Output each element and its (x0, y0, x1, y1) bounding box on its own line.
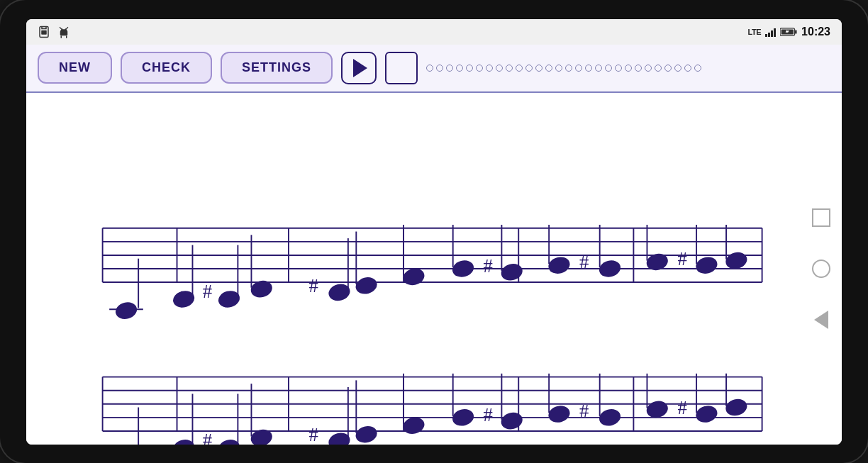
progress-dot (645, 65, 652, 72)
svg-point-51 (694, 255, 719, 276)
progress-dot (516, 65, 523, 72)
status-bar: LTE 10:23 (26, 19, 842, 45)
svg-point-46 (597, 257, 622, 279)
status-left-icons (38, 26, 70, 38)
progress-dot (655, 65, 662, 72)
svg-point-92 (597, 406, 622, 428)
progress-dot (486, 65, 493, 72)
android-icon (57, 26, 70, 38)
svg-point-48 (645, 251, 669, 272)
svg-text:#: # (677, 248, 686, 269)
progress-dot (625, 65, 632, 72)
progress-dot (496, 65, 503, 72)
svg-point-89 (547, 403, 572, 425)
svg-text:#: # (579, 400, 589, 421)
svg-point-80 (354, 423, 379, 444)
progress-dot (436, 65, 443, 72)
svg-text:#: # (203, 429, 212, 444)
svg-point-23 (113, 300, 138, 321)
progress-dot (694, 65, 701, 72)
music-area: # # # (26, 93, 842, 445)
progress-dot (575, 65, 582, 72)
svg-point-87 (499, 410, 524, 431)
progress-dot (555, 65, 562, 72)
progress-dot (674, 65, 681, 72)
svg-point-29 (249, 278, 274, 299)
progress-dot (635, 65, 642, 72)
svg-point-99 (724, 396, 749, 418)
play-triangle-icon (353, 59, 367, 77)
svg-text:#: # (579, 252, 589, 273)
check-button[interactable]: CHECK (121, 52, 212, 84)
progress-dot (535, 65, 542, 72)
stop-button[interactable] (385, 52, 418, 84)
progress-dot (545, 65, 552, 72)
new-button[interactable]: NEW (38, 52, 112, 84)
progress-dot (595, 65, 602, 72)
progress-indicator (426, 65, 830, 72)
battery-icon (780, 27, 797, 37)
toolbar: NEW CHECK SETTINGS (26, 45, 842, 93)
phone-nav-buttons (812, 208, 830, 329)
dots-line (426, 65, 704, 72)
progress-dot (585, 65, 592, 72)
settings-button[interactable]: SETTINGS (221, 52, 333, 84)
lte-badge: LTE (748, 28, 761, 36)
progress-dot (456, 65, 463, 72)
svg-point-34 (354, 274, 379, 296)
play-button[interactable] (341, 52, 377, 84)
time-display: 10:23 (801, 26, 830, 38)
svg-text:#: # (203, 281, 212, 302)
progress-dot (565, 65, 572, 72)
progress-dot (446, 65, 453, 72)
phone-nav-circle-button[interactable] (812, 260, 830, 278)
svg-point-97 (694, 403, 719, 425)
music-notation-svg: # # # (26, 93, 842, 445)
progress-dot (605, 65, 612, 72)
svg-text:#: # (309, 424, 318, 445)
progress-dot (615, 65, 622, 72)
svg-point-41 (499, 261, 524, 282)
svg-text:#: # (484, 403, 493, 425)
svg-point-43 (547, 255, 572, 276)
svg-point-84 (450, 406, 475, 428)
status-right: LTE 10:23 (748, 26, 830, 38)
phone-frame: LTE 10:23 NEW CHECK (0, 0, 868, 463)
signal-bars (765, 27, 776, 37)
phone-nav-back-button[interactable] (814, 311, 828, 329)
progress-dot (664, 65, 672, 72)
svg-text:#: # (484, 255, 493, 276)
progress-dot (426, 65, 433, 72)
svg-point-38 (450, 257, 475, 279)
progress-dot (506, 65, 513, 72)
progress-dot (525, 65, 533, 72)
progress-dot (476, 65, 483, 72)
svg-rect-1 (41, 30, 47, 34)
svg-rect-7 (795, 30, 797, 33)
svg-point-75 (249, 427, 274, 445)
screen: LTE 10:23 NEW CHECK (26, 19, 842, 445)
progress-dot (684, 65, 691, 72)
phone-nav-square-button[interactable] (812, 208, 830, 227)
progress-dot (466, 65, 473, 72)
svg-text:#: # (677, 397, 686, 418)
sim-card-icon (38, 26, 50, 38)
svg-text:#: # (309, 275, 318, 296)
